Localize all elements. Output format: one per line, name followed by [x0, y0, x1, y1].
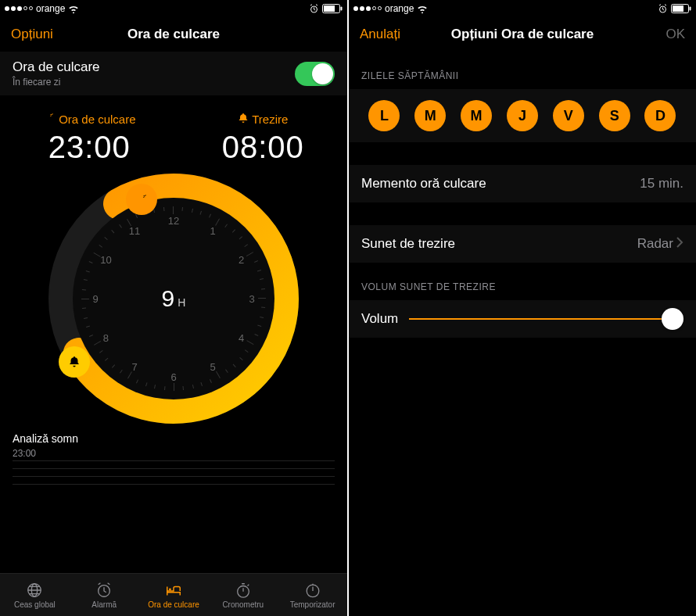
reminder-value: 15 min. [640, 176, 683, 192]
nav-title: Opțiuni Ora de culcare [430, 27, 615, 42]
options-button[interactable]: Opțiuni [11, 27, 81, 42]
sleep-analysis[interactable]: Analiză somn 23:00 [0, 428, 347, 492]
tab-alarm[interactable]: Alarmă [70, 574, 139, 616]
screen-bedtime: orange Opțiuni Ora de culcare Ora de cul… [0, 0, 347, 616]
alarm-status-icon [309, 4, 319, 13]
days-header: ZILELE SĂPTĂMÂNII [349, 52, 696, 89]
tab-timer[interactable]: Temporizator [278, 574, 347, 616]
battery-icon [671, 4, 691, 13]
reminder-row[interactable]: Memento oră culcare 15 min. [349, 164, 696, 202]
days-of-week: L M M J V S D [349, 89, 696, 142]
sleep-analysis-title: Analiză somn [13, 432, 335, 445]
day-toggle[interactable]: M [461, 100, 492, 131]
day-toggle[interactable]: V [553, 100, 584, 131]
wifi-icon [417, 5, 428, 13]
volume-label: Volum [361, 311, 398, 327]
bedtime-enable-switch[interactable] [295, 62, 335, 86]
moon-sleep-icon: zz [43, 113, 56, 126]
nav-title: Ora de culcare [81, 27, 266, 42]
clock-number: 5 [210, 360, 215, 372]
signal-strength-icon [5, 6, 33, 11]
clock-number: 10 [100, 254, 111, 266]
bedtime-times: zz Ora de culcare 23:00 Trezire 08:00 [0, 103, 347, 165]
svg-point-13 [237, 586, 249, 597]
tab-world-clock[interactable]: Ceas global [0, 574, 70, 616]
stopwatch-icon [234, 582, 253, 599]
day-toggle[interactable]: S [599, 100, 630, 131]
day-toggle[interactable]: J [507, 100, 538, 131]
wake-sound-label: Sunet de trezire [361, 236, 455, 252]
slider-thumb[interactable] [662, 308, 683, 330]
volume-slider[interactable] [409, 311, 683, 327]
tab-bedtime[interactable]: Ora de culcare [139, 574, 209, 616]
nav-bar: Anulați Opțiuni Ora de culcare OK [349, 17, 696, 52]
svg-text:z: z [145, 193, 146, 197]
clock-number: 11 [129, 225, 140, 237]
clock-number: 9 [92, 293, 98, 305]
wake-sound-value: Radar [637, 236, 673, 252]
svg-point-12 [169, 588, 171, 590]
tab-label: Ceas global [14, 600, 56, 609]
sleep-dial[interactable]: 121234567891011 9 H zz [45, 170, 303, 428]
day-toggle[interactable]: D [644, 100, 676, 131]
sleep-analysis-chart [13, 460, 335, 492]
clock-number: 8 [103, 332, 109, 344]
signal-strength-icon [353, 6, 382, 11]
day-toggle[interactable]: L [368, 100, 400, 131]
clock-number: 6 [170, 371, 176, 383]
svg-rect-2 [324, 5, 335, 12]
carrier-label: orange [36, 3, 65, 14]
screen-bedtime-options: orange Anulați Opțiuni Ora de culcare OK… [349, 0, 696, 616]
status-bar: orange [349, 0, 696, 17]
status-bar: orange [0, 0, 347, 17]
carrier-label: orange [385, 3, 414, 14]
timer-icon [303, 582, 322, 599]
bedtime-enable-subtitle: În fiecare zi [13, 77, 100, 88]
volume-row: Volum [349, 300, 696, 338]
wake-handle[interactable] [59, 346, 90, 378]
bedtime-enable-row: Ora de culcare În fiecare zi [0, 52, 347, 95]
reminder-label: Memento oră culcare [361, 176, 486, 192]
tab-label: Alarmă [91, 600, 117, 609]
wifi-icon [68, 5, 79, 13]
wake-label: Trezire [252, 113, 288, 126]
tab-bar: Ceas global Alarmă Ora de culcare Cronom… [0, 573, 347, 616]
volume-header: VOLUM SUNET DE TREZIRE [349, 263, 696, 300]
bed-icon [164, 582, 183, 599]
bedtime-enable-label: Ora de culcare [13, 59, 100, 75]
bedtime-handle[interactable]: zz [126, 184, 157, 215]
ok-button[interactable]: OK [615, 27, 685, 42]
alarm-status-icon [658, 4, 668, 13]
wake-sound-row[interactable]: Sunet de trezire Radar [349, 224, 696, 263]
chevron-right-icon [676, 236, 683, 252]
svg-rect-18 [690, 7, 691, 11]
bedtime-label: Ora de culcare [59, 113, 135, 126]
sleep-analysis-time: 23:00 [13, 448, 335, 459]
clock-number: 2 [239, 254, 244, 266]
svg-rect-17 [673, 5, 683, 12]
tab-stopwatch[interactable]: Cronometru [208, 574, 278, 616]
tab-label: Ora de culcare [148, 600, 199, 609]
bell-icon [238, 113, 249, 126]
cancel-button[interactable]: Anulați [360, 27, 430, 42]
day-toggle[interactable]: M [414, 100, 446, 131]
globe-icon [25, 582, 44, 599]
sleep-duration: 9 H [162, 285, 186, 312]
clock-number: 7 [131, 360, 137, 372]
bedtime-value: 23:00 [43, 130, 135, 165]
clock-number: 3 [249, 293, 254, 305]
alarm-clock-icon [95, 582, 113, 599]
svg-text:z: z [52, 113, 53, 116]
clock-number: 1 [210, 225, 215, 237]
nav-bar: Opțiuni Ora de culcare [0, 17, 347, 52]
tab-label: Cronometru [222, 600, 264, 609]
tab-label: Temporizator [290, 600, 335, 609]
wake-value: 08:00 [222, 130, 304, 165]
svg-rect-3 [341, 7, 343, 11]
clock-number: 12 [168, 215, 179, 227]
battery-icon [322, 4, 343, 13]
clock-number: 4 [239, 332, 244, 344]
